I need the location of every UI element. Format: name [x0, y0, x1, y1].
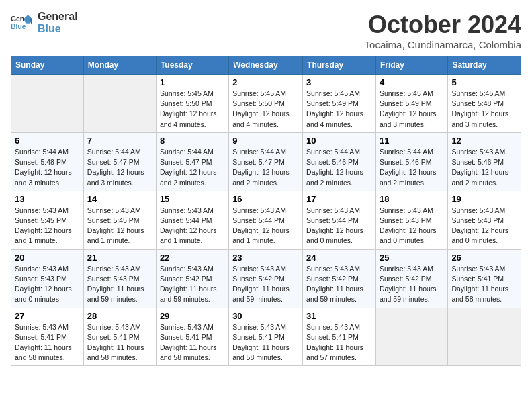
day-number: 13 [15, 194, 80, 204]
calendar-cell: 28Sunrise: 5:43 AMSunset: 5:41 PMDayligh… [83, 308, 156, 366]
calendar-cell: 14Sunrise: 5:43 AMSunset: 5:45 PMDayligh… [83, 191, 156, 249]
day-of-week-header: Thursday [303, 56, 376, 75]
day-number: 5 [451, 77, 517, 87]
day-info: Sunrise: 5:43 AMSunset: 5:41 PMDaylight:… [87, 323, 144, 362]
calendar-cell: 9Sunrise: 5:44 AMSunset: 5:47 PMDaylight… [229, 132, 303, 191]
title-block: October 2024 Tocaima, Cundinamarca, Colo… [365, 11, 521, 50]
calendar-header-row: SundayMondayTuesdayWednesdayThursdayFrid… [11, 56, 521, 75]
day-info: Sunrise: 5:45 AMSunset: 5:48 PMDaylight:… [451, 89, 508, 128]
calendar-cell: 30Sunrise: 5:43 AMSunset: 5:41 PMDayligh… [229, 308, 303, 366]
day-info: Sunrise: 5:43 AMSunset: 5:42 PMDaylight:… [306, 265, 363, 304]
day-info: Sunrise: 5:43 AMSunset: 5:43 PMDaylight:… [451, 206, 508, 245]
calendar-cell: 7Sunrise: 5:44 AMSunset: 5:47 PMDaylight… [83, 132, 156, 191]
calendar-cell [448, 308, 521, 366]
day-number: 10 [306, 136, 372, 146]
day-number: 3 [306, 77, 372, 87]
day-info: Sunrise: 5:43 AMSunset: 5:41 PMDaylight:… [15, 323, 72, 362]
calendar-cell: 5Sunrise: 5:45 AMSunset: 5:48 PMDaylight… [448, 75, 521, 133]
day-number: 17 [306, 194, 372, 204]
day-number: 21 [87, 253, 152, 263]
calendar-cell: 12Sunrise: 5:43 AMSunset: 5:46 PMDayligh… [448, 132, 521, 191]
day-number: 7 [87, 136, 152, 146]
calendar-cell: 27Sunrise: 5:43 AMSunset: 5:41 PMDayligh… [11, 308, 84, 366]
calendar-cell: 22Sunrise: 5:43 AMSunset: 5:42 PMDayligh… [156, 249, 228, 308]
day-of-week-header: Tuesday [156, 56, 228, 75]
calendar-cell: 10Sunrise: 5:44 AMSunset: 5:46 PMDayligh… [303, 132, 376, 191]
calendar-week-row: 13Sunrise: 5:43 AMSunset: 5:45 PMDayligh… [11, 191, 521, 249]
day-of-week-header: Friday [375, 56, 447, 75]
day-number: 23 [232, 253, 299, 263]
day-number: 12 [451, 136, 517, 146]
logo-icon: General Blue [11, 13, 32, 32]
day-info: Sunrise: 5:45 AMSunset: 5:49 PMDaylight:… [380, 89, 437, 128]
day-info: Sunrise: 5:44 AMSunset: 5:46 PMDaylight:… [306, 148, 363, 187]
day-number: 9 [232, 136, 299, 146]
calendar-cell: 13Sunrise: 5:43 AMSunset: 5:45 PMDayligh… [11, 191, 84, 249]
day-number: 18 [380, 194, 444, 204]
calendar-cell [11, 75, 84, 133]
day-info: Sunrise: 5:43 AMSunset: 5:44 PMDaylight:… [306, 206, 363, 245]
day-number: 29 [160, 311, 225, 321]
day-info: Sunrise: 5:43 AMSunset: 5:43 PMDaylight:… [15, 265, 72, 304]
calendar-cell: 15Sunrise: 5:43 AMSunset: 5:44 PMDayligh… [156, 191, 228, 249]
calendar-cell: 31Sunrise: 5:43 AMSunset: 5:41 PMDayligh… [303, 308, 376, 366]
calendar-cell: 6Sunrise: 5:44 AMSunset: 5:48 PMDaylight… [11, 132, 84, 191]
day-number: 31 [306, 311, 372, 321]
day-info: Sunrise: 5:43 AMSunset: 5:43 PMDaylight:… [87, 265, 144, 304]
day-number: 11 [380, 136, 444, 146]
calendar-cell: 18Sunrise: 5:43 AMSunset: 5:43 PMDayligh… [375, 191, 447, 249]
calendar-cell: 11Sunrise: 5:44 AMSunset: 5:46 PMDayligh… [375, 132, 447, 191]
day-info: Sunrise: 5:43 AMSunset: 5:46 PMDaylight:… [451, 148, 508, 187]
day-info: Sunrise: 5:43 AMSunset: 5:45 PMDaylight:… [15, 206, 72, 245]
day-number: 30 [232, 311, 299, 321]
day-info: Sunrise: 5:43 AMSunset: 5:44 PMDaylight:… [232, 206, 290, 245]
day-info: Sunrise: 5:43 AMSunset: 5:41 PMDaylight:… [160, 323, 217, 362]
day-of-week-header: Monday [83, 56, 156, 75]
day-number: 2 [232, 77, 299, 87]
day-number: 20 [15, 253, 80, 263]
day-info: Sunrise: 5:44 AMSunset: 5:47 PMDaylight:… [232, 148, 290, 187]
day-number: 28 [87, 311, 152, 321]
day-number: 19 [451, 194, 517, 204]
calendar-table: SundayMondayTuesdayWednesdayThursdayFrid… [11, 56, 521, 366]
calendar-cell: 8Sunrise: 5:44 AMSunset: 5:47 PMDaylight… [156, 132, 228, 191]
location-subtitle: Tocaima, Cundinamarca, Colombia [365, 39, 521, 50]
logo-text-general: General [38, 11, 78, 23]
calendar-cell: 1Sunrise: 5:45 AMSunset: 5:50 PMDaylight… [156, 75, 228, 133]
day-number: 8 [160, 136, 225, 146]
calendar-cell: 2Sunrise: 5:45 AMSunset: 5:50 PMDaylight… [229, 75, 303, 133]
calendar-cell: 24Sunrise: 5:43 AMSunset: 5:42 PMDayligh… [303, 249, 376, 308]
calendar-week-row: 20Sunrise: 5:43 AMSunset: 5:43 PMDayligh… [11, 249, 521, 308]
day-number: 27 [15, 311, 80, 321]
calendar-cell: 19Sunrise: 5:43 AMSunset: 5:43 PMDayligh… [448, 191, 521, 249]
calendar-cell: 21Sunrise: 5:43 AMSunset: 5:43 PMDayligh… [83, 249, 156, 308]
calendar-cell: 4Sunrise: 5:45 AMSunset: 5:49 PMDaylight… [375, 75, 447, 133]
calendar-week-row: 27Sunrise: 5:43 AMSunset: 5:41 PMDayligh… [11, 308, 521, 366]
day-number: 16 [232, 194, 299, 204]
page-header: General Blue General Blue October 2024 T… [11, 11, 521, 50]
day-number: 22 [160, 253, 225, 263]
day-info: Sunrise: 5:43 AMSunset: 5:44 PMDaylight:… [160, 206, 217, 245]
calendar-cell: 29Sunrise: 5:43 AMSunset: 5:41 PMDayligh… [156, 308, 228, 366]
logo-text-blue: Blue [38, 23, 78, 35]
day-of-week-header: Wednesday [229, 56, 303, 75]
calendar-cell: 26Sunrise: 5:43 AMSunset: 5:41 PMDayligh… [448, 249, 521, 308]
day-number: 4 [380, 77, 444, 87]
calendar-cell: 25Sunrise: 5:43 AMSunset: 5:42 PMDayligh… [375, 249, 447, 308]
calendar-cell: 17Sunrise: 5:43 AMSunset: 5:44 PMDayligh… [303, 191, 376, 249]
day-number: 1 [160, 77, 225, 87]
day-info: Sunrise: 5:44 AMSunset: 5:46 PMDaylight:… [380, 148, 437, 187]
day-info: Sunrise: 5:43 AMSunset: 5:42 PMDaylight:… [160, 265, 217, 304]
calendar-cell: 23Sunrise: 5:43 AMSunset: 5:42 PMDayligh… [229, 249, 303, 308]
day-number: 24 [306, 253, 372, 263]
day-info: Sunrise: 5:45 AMSunset: 5:50 PMDaylight:… [232, 89, 290, 128]
day-number: 6 [15, 136, 80, 146]
day-number: 15 [160, 194, 225, 204]
day-info: Sunrise: 5:43 AMSunset: 5:45 PMDaylight:… [87, 206, 144, 245]
day-number: 26 [451, 253, 517, 263]
day-of-week-header: Saturday [448, 56, 521, 75]
day-info: Sunrise: 5:43 AMSunset: 5:41 PMDaylight:… [232, 323, 290, 362]
day-info: Sunrise: 5:43 AMSunset: 5:42 PMDaylight:… [380, 265, 437, 304]
day-info: Sunrise: 5:43 AMSunset: 5:42 PMDaylight:… [232, 265, 290, 304]
day-of-week-header: Sunday [11, 56, 84, 75]
